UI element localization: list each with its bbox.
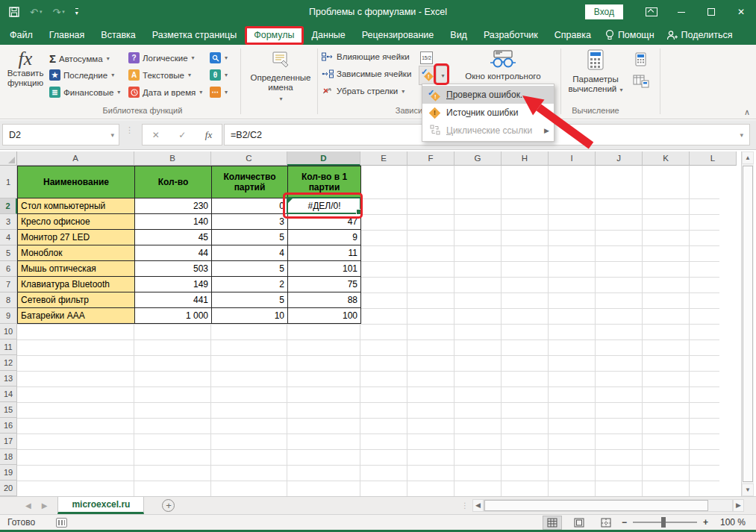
- error-checking-dropdown-arrow[interactable]: ▾: [436, 66, 449, 84]
- page-layout-view-button[interactable]: [569, 516, 589, 530]
- error-cell[interactable]: #ДЕЛ/0!: [288, 198, 361, 214]
- table-cell[interactable]: 230: [135, 198, 212, 214]
- row-header-3[interactable]: 3: [0, 214, 17, 230]
- table-cell[interactable]: 140: [135, 214, 212, 230]
- table-cell[interactable]: Стол компьютерный: [18, 198, 135, 214]
- column-header-C[interactable]: C: [211, 151, 287, 166]
- calculate-sheet-icon[interactable]: [633, 75, 649, 88]
- table-cell[interactable]: 101: [288, 261, 361, 277]
- financial-button[interactable]: ≣ Финансовые▾: [49, 87, 120, 98]
- vertical-scrollbar-thumb[interactable]: [743, 166, 753, 482]
- cancel-icon[interactable]: ✕: [152, 130, 160, 140]
- table-cell[interactable]: 2: [212, 277, 288, 292]
- zoom-in-icon[interactable]: +: [703, 517, 708, 528]
- lookup-reference-button[interactable]: ▾: [210, 52, 228, 63]
- row-header-14[interactable]: 14: [0, 387, 17, 402]
- horizontal-scrollbar[interactable]: ⋮ ◀ ▶: [461, 498, 744, 512]
- trace-dependents-button[interactable]: Зависимые ячейки: [322, 69, 411, 78]
- table-header-cell[interactable]: Кол-во в 1 партии: [288, 166, 361, 198]
- collapse-ribbon-icon[interactable]: ∧: [744, 107, 750, 117]
- trace-precedents-button[interactable]: Влияющие ячейки: [322, 52, 410, 61]
- vertical-scrollbar[interactable]: ▲ ▼: [741, 151, 754, 496]
- row-header-6[interactable]: 6: [0, 261, 17, 277]
- evaluate-formula-icon[interactable]: 15/2: [420, 51, 433, 64]
- table-cell[interactable]: Монитор 27 LED: [18, 230, 135, 245]
- column-header-E[interactable]: E: [360, 151, 407, 166]
- column-header-K[interactable]: K: [643, 151, 690, 166]
- table-cell[interactable]: 5: [212, 230, 288, 245]
- calculate-now-icon[interactable]: [634, 52, 647, 67]
- menu-item-error-checking[interactable]: ✓! Проверка ошибок...: [422, 86, 554, 104]
- table-header-cell[interactable]: Кол-во: [135, 166, 212, 198]
- row-header-4[interactable]: 4: [0, 230, 17, 245]
- save-icon[interactable]: [9, 7, 19, 17]
- zoom-level[interactable]: 100 %: [720, 517, 746, 528]
- datetime-button[interactable]: Дата и время▾: [128, 87, 202, 98]
- tab-review[interactable]: Рецензирование: [354, 26, 443, 45]
- table-cell[interactable]: 4: [212, 245, 288, 261]
- insert-function-icon[interactable]: fx: [205, 129, 212, 141]
- table-cell[interactable]: Кресло офисное: [18, 214, 135, 230]
- table-cell[interactable]: 3: [212, 214, 288, 230]
- row-header-11[interactable]: 11: [0, 339, 17, 355]
- row-header-1[interactable]: 1: [0, 166, 17, 198]
- recent-functions-button[interactable]: ★ Последние▾: [49, 69, 114, 81]
- table-cell[interactable]: 88: [288, 292, 361, 308]
- scroll-down-icon[interactable]: ▼: [742, 484, 754, 496]
- more-functions-button[interactable]: ⋯▾: [210, 87, 228, 98]
- column-header-I[interactable]: I: [549, 151, 596, 166]
- row-header-2[interactable]: 2: [0, 198, 17, 214]
- tab-insert[interactable]: Вставка: [93, 26, 143, 45]
- next-sheet-icon[interactable]: ▶: [42, 501, 48, 510]
- row-header-20[interactable]: 20: [0, 481, 17, 496]
- zoom-out-icon[interactable]: −: [622, 517, 627, 528]
- row-header-17[interactable]: 17: [0, 434, 17, 449]
- insert-function-button[interactable]: fx Вставить функцию: [4, 49, 46, 88]
- table-cell[interactable]: 5: [212, 292, 288, 308]
- table-cell[interactable]: Батарейки ААА: [18, 308, 135, 324]
- table-cell[interactable]: 44: [135, 245, 212, 261]
- remove-arrows-button[interactable]: Убрать стрелки▾: [322, 87, 404, 96]
- name-box-dropdown-icon[interactable]: ▾: [110, 131, 114, 139]
- scroll-left-icon[interactable]: ◀: [472, 499, 484, 512]
- menu-item-error-source[interactable]: ! Источник ошибки: [422, 104, 554, 122]
- row-header-15[interactable]: 15: [0, 402, 17, 418]
- tab-file[interactable]: Файл: [1, 26, 41, 45]
- table-cell[interactable]: 149: [135, 277, 212, 292]
- table-cell[interactable]: Сетевой фильтр: [18, 292, 135, 308]
- table-header-cell[interactable]: Наименование: [18, 166, 135, 198]
- undo-icon[interactable]: ↶▾: [30, 7, 42, 18]
- autosum-button[interactable]: Σ Автосумма▾: [49, 52, 110, 65]
- tab-data[interactable]: Данные: [304, 26, 354, 45]
- table-cell[interactable]: Мышь оптическая: [18, 261, 135, 277]
- math-trig-button[interactable]: θ▾: [210, 69, 228, 81]
- close-button[interactable]: ✕: [726, 0, 756, 24]
- table-cell[interactable]: 441: [135, 292, 212, 308]
- column-header-J[interactable]: J: [596, 151, 643, 166]
- tab-page-layout[interactable]: Разметка страницы: [144, 26, 245, 45]
- prev-sheet-icon[interactable]: ◀: [25, 501, 31, 510]
- table-cell[interactable]: 10: [212, 308, 288, 324]
- table-cell[interactable]: 0: [212, 198, 288, 214]
- share-tab[interactable]: Поделиться: [660, 26, 739, 45]
- column-header-B[interactable]: B: [134, 151, 211, 166]
- row-header-10[interactable]: 10: [0, 324, 17, 339]
- sheet-tab-active[interactable]: microexcel.ru: [57, 497, 144, 514]
- scroll-up-icon[interactable]: ▲: [742, 151, 754, 164]
- row-header-18[interactable]: 18: [0, 449, 17, 465]
- menu-item-circular-references[interactable]: Циклические ссылки ▶: [422, 122, 554, 140]
- name-box[interactable]: D2 ▾: [2, 124, 119, 145]
- table-cell[interactable]: 1 000: [135, 308, 212, 324]
- calculation-options-button[interactable]: Параметры вычислений ▾: [561, 49, 630, 95]
- tab-view[interactable]: Вид: [442, 26, 475, 45]
- tab-developer[interactable]: Разработчик: [475, 26, 546, 45]
- table-cell[interactable]: 45: [135, 230, 212, 245]
- column-header-D[interactable]: D: [287, 151, 360, 166]
- scroll-right-icon[interactable]: ▶: [733, 499, 744, 512]
- column-header-G[interactable]: G: [454, 151, 502, 166]
- zoom-slider-handle[interactable]: [661, 517, 666, 528]
- sign-in-button[interactable]: Вход: [585, 4, 623, 19]
- row-header-7[interactable]: 7: [0, 277, 17, 292]
- enter-icon[interactable]: ✓: [178, 130, 186, 140]
- new-sheet-button[interactable]: +: [162, 499, 175, 512]
